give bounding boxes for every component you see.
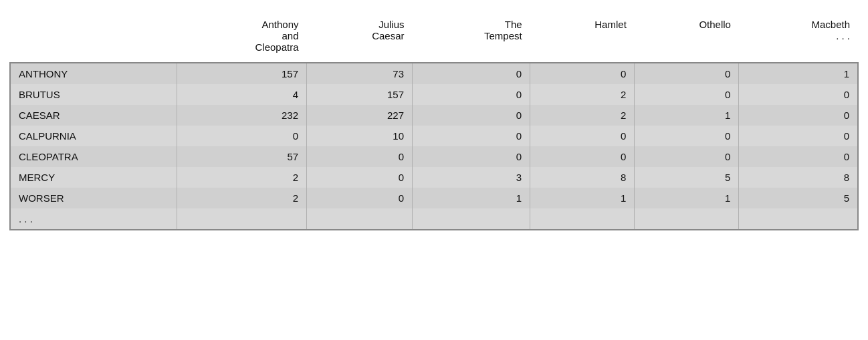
cell-value: 57 <box>177 146 306 167</box>
header-julius: JuliusCaesar <box>307 13 413 63</box>
cell-value <box>413 208 530 230</box>
table-row: MERCY203858 <box>10 167 858 188</box>
cell-value: 0 <box>307 188 413 208</box>
header-othello: Othello <box>635 13 739 63</box>
table-row: WORSER201115 <box>10 188 858 208</box>
cell-value: 227 <box>307 105 413 126</box>
row-label: CLEOPATRA <box>10 146 177 167</box>
header-row: AnthonyandCleopatra JuliusCaesar TheTemp… <box>10 13 858 63</box>
data-table-wrapper: AnthonyandCleopatra JuliusCaesar TheTemp… <box>9 13 859 230</box>
cell-value: 2 <box>177 188 306 208</box>
shakespeare-word-table: AnthonyandCleopatra JuliusCaesar TheTemp… <box>9 13 859 230</box>
cell-value: 5 <box>635 167 739 188</box>
cell-value <box>635 208 739 230</box>
cell-value <box>530 208 635 230</box>
cell-value: 232 <box>177 105 306 126</box>
table-row: ANTHONY157730001 <box>10 63 858 84</box>
row-label: WORSER <box>10 188 177 208</box>
cell-value: 5 <box>739 188 858 208</box>
cell-value: 0 <box>413 84 530 105</box>
cell-value: 1 <box>413 188 530 208</box>
cell-value: 0 <box>177 126 306 146</box>
cell-value: 0 <box>739 126 858 146</box>
cell-value: 0 <box>307 146 413 167</box>
cell-value: 8 <box>530 167 635 188</box>
cell-value: 8 <box>739 167 858 188</box>
cell-value: 0 <box>307 167 413 188</box>
cell-value: 157 <box>177 63 306 84</box>
cell-value: 0 <box>413 146 530 167</box>
cell-value: 0 <box>635 84 739 105</box>
header-anthony: AnthonyandCleopatra <box>177 13 306 63</box>
cell-value: 4 <box>177 84 306 105</box>
cell-value: 0 <box>739 146 858 167</box>
row-label: BRUTUS <box>10 84 177 105</box>
row-label: MERCY <box>10 167 177 188</box>
cell-value: 0 <box>413 105 530 126</box>
cell-value: 1 <box>635 188 739 208</box>
table-row: CLEOPATRA5700000 <box>10 146 858 167</box>
header-hamlet: Hamlet <box>530 13 635 63</box>
cell-value: 0 <box>635 126 739 146</box>
row-label: . . . <box>10 208 177 230</box>
cell-value: 0 <box>530 146 635 167</box>
cell-value: 10 <box>307 126 413 146</box>
cell-value: 0 <box>413 63 530 84</box>
row-label: CALPURNIA <box>10 126 177 146</box>
cell-value: 2 <box>530 84 635 105</box>
header-macbeth: Macbeth. . . <box>739 13 858 63</box>
table-row: . . . <box>10 208 858 230</box>
header-tempest: TheTempest <box>413 13 530 63</box>
cell-value: 1 <box>739 63 858 84</box>
cell-value: 0 <box>530 126 635 146</box>
cell-value <box>739 208 858 230</box>
cell-value: 3 <box>413 167 530 188</box>
cell-value: 2 <box>177 167 306 188</box>
cell-value: 0 <box>635 146 739 167</box>
cell-value <box>307 208 413 230</box>
table-row: CAESAR2322270210 <box>10 105 858 126</box>
cell-value: 2 <box>530 105 635 126</box>
row-label: ANTHONY <box>10 63 177 84</box>
cell-value: 0 <box>739 105 858 126</box>
cell-value: 1 <box>635 105 739 126</box>
cell-value: 0 <box>413 126 530 146</box>
cell-value: 157 <box>307 84 413 105</box>
cell-value: 1 <box>530 188 635 208</box>
cell-value: 0 <box>635 63 739 84</box>
row-label: CAESAR <box>10 105 177 126</box>
cell-value <box>177 208 306 230</box>
header-empty <box>10 13 177 63</box>
cell-value: 0 <box>739 84 858 105</box>
table-row: BRUTUS41570200 <box>10 84 858 105</box>
table-row: CALPURNIA0100000 <box>10 126 858 146</box>
cell-value: 0 <box>530 63 635 84</box>
cell-value: 73 <box>307 63 413 84</box>
